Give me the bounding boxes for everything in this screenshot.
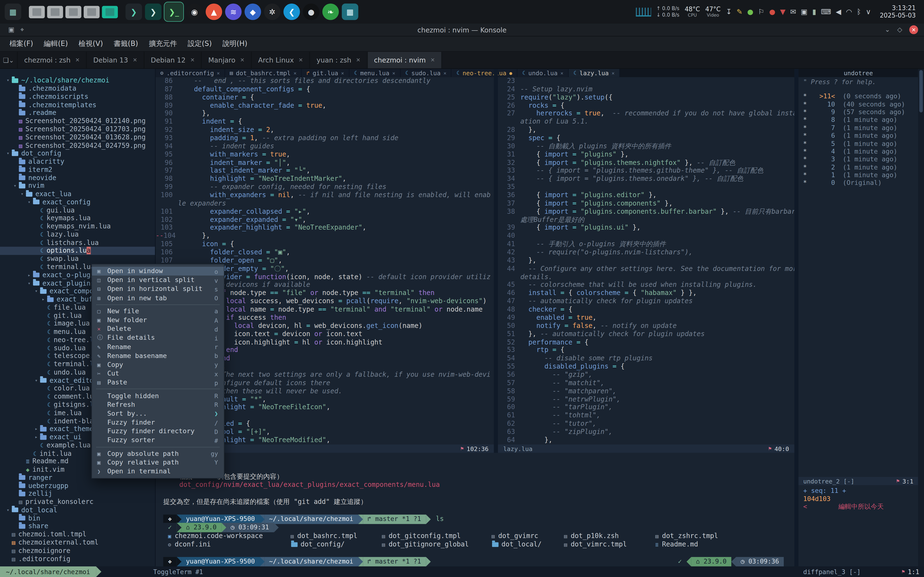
tray-alert-icon[interactable]: ▼ xyxy=(780,8,786,16)
konsole-tab-chezmoi-nvim[interactable]: chezmoi : nvim✕ xyxy=(367,52,442,69)
tray-download-icon[interactable]: ↧ xyxy=(726,8,732,16)
tree-item-screenshot-20250424-012140-png[interactable]: ▨Screenshot_20250424_012140.png xyxy=(0,117,155,125)
brave-browser-icon[interactable]: ▲ xyxy=(206,3,222,20)
scrollbar[interactable] xyxy=(918,69,924,577)
desktop-3[interactable] xyxy=(65,5,81,18)
tree-item-iterm2[interactable]: iterm2 xyxy=(0,166,155,174)
buffer-close-icon[interactable]: ✕ xyxy=(217,71,220,76)
window-separator[interactable] xyxy=(494,69,498,453)
undo-state-2[interactable]: *2(1 minute ago) xyxy=(798,163,918,171)
tree-item-exact-lua[interactable]: ▾exact_lua xyxy=(0,190,155,198)
tray-bluetooth-icon[interactable]: ᛒ xyxy=(857,8,861,16)
tray-volume-icon[interactable]: ◀ xyxy=(836,8,841,16)
shield-app-icon[interactable]: ◆ xyxy=(244,3,261,20)
tray-flag-icon[interactable]: ⚐ xyxy=(758,8,764,16)
menu-e[interactable]: 編輯(E) xyxy=(39,37,73,50)
expander-icon[interactable]: ▸ xyxy=(33,434,39,440)
undo-state-7[interactable]: *7(1 minute ago) xyxy=(798,124,918,132)
undo-state-4[interactable]: *4(1 minute ago) xyxy=(798,148,918,156)
context-menu-item-new-file[interactable]: ▢New filea xyxy=(92,306,224,316)
undo-state-11[interactable]: *>11<(0 seconds ago) xyxy=(798,92,918,100)
buffer-tab-editorconfig[interactable]: ⚙.editorconfig✕ xyxy=(156,69,225,77)
tree-item-lazy-lua[interactable]: ☾lazy.lua xyxy=(0,230,155,239)
desktop-2[interactable] xyxy=(47,5,63,18)
context-menu-item-copy[interactable]: ▣Copyy xyxy=(92,360,224,369)
context-menu-item-open-in-new-tab[interactable]: ⊞Open in new tabO xyxy=(92,293,224,303)
undo-state-6[interactable]: *6(1 minute ago) xyxy=(798,132,918,140)
context-menu-item-rename-basename[interactable]: ✎Rename basenameb xyxy=(92,351,224,360)
tray-battery-icon[interactable]: ▮ xyxy=(812,8,816,16)
tree-item-alacritty[interactable]: alacritty xyxy=(0,158,155,166)
menu-[interactable]: 擴充元件 xyxy=(144,37,182,50)
desktop-4[interactable] xyxy=(84,5,100,18)
tree-item-options-lua[interactable]: ☾options.lua xyxy=(0,247,155,255)
tree-item-dot-local[interactable]: ▾dot_local xyxy=(0,506,155,514)
context-menu-item-rename[interactable]: ✎Renamer xyxy=(92,342,224,351)
scrollbar-thumb[interactable] xyxy=(919,70,923,112)
undo-state-10[interactable]: *10(40 seconds ago) xyxy=(798,100,918,108)
dark-circle-app-icon[interactable]: ● xyxy=(303,3,320,20)
expander-icon[interactable]: ▾ xyxy=(5,151,11,156)
buffer-tab-sudo-lua[interactable]: ☾sudo.lua✕ xyxy=(401,69,452,77)
undo-state-8[interactable]: *8(1 minute ago) xyxy=(798,116,918,124)
konsole-tab-manjaro[interactable]: Manjaro✕ xyxy=(202,52,252,69)
vscode-app-icon[interactable]: ❮ xyxy=(283,3,300,20)
context-menu-item-open-in-window[interactable]: ▣Open in windowo xyxy=(92,267,224,276)
tray-mail-icon[interactable]: ✉ xyxy=(790,8,796,16)
tree-item-private-konsolerc[interactable]: ▤private_konsolerc xyxy=(0,498,155,506)
tray-clipboard-icon[interactable]: ▣ xyxy=(801,8,808,16)
music-app-icon[interactable]: ◉ xyxy=(186,3,203,20)
expander-icon[interactable]: ▸ xyxy=(26,272,32,278)
tree-item-bin[interactable]: bin xyxy=(0,514,155,522)
undo-state-1[interactable]: *1(1 minute ago) xyxy=(798,171,918,179)
context-menu-item-fuzzy-finder[interactable]: Fuzzy finder/ xyxy=(92,418,224,427)
expander-icon[interactable]: ▾ xyxy=(33,378,39,383)
context-menu-item-fuzzy-sorter[interactable]: Fuzzy sorter# xyxy=(92,436,224,445)
window-separator-right[interactable] xyxy=(794,69,798,566)
tree-item-swap-lua[interactable]: ☾swap.lua xyxy=(0,255,155,263)
tree-item-screenshot-20250424-024759-png[interactable]: ▨Screenshot_20250424_024759.png xyxy=(0,141,155,150)
context-menu-item-open-in-terminal[interactable]: ❯Open in terminal xyxy=(92,467,224,476)
wave-app-icon[interactable]: ≋ xyxy=(225,3,242,20)
tray-pen-icon[interactable]: ✎ xyxy=(737,8,743,16)
expander-icon[interactable]: ▾ xyxy=(5,78,11,83)
expander-icon[interactable]: ▾ xyxy=(33,289,39,294)
context-menu-item-open-in-vertical-split[interactable]: ◫Open in vertical splitv xyxy=(92,276,224,285)
konsole-tab-debian-12[interactable]: Debian 12✕ xyxy=(144,52,202,69)
tree-item-editorconfig[interactable]: ▤.editorconfig xyxy=(0,554,155,563)
desktop-5[interactable] xyxy=(102,5,118,18)
app-launcher-icon[interactable]: ▦ xyxy=(5,3,21,20)
tree-item-exact-config[interactable]: ▾exact_config xyxy=(0,198,155,206)
expander-icon[interactable]: ▸ xyxy=(40,297,47,302)
expander-icon[interactable]: ▾ xyxy=(12,183,18,189)
konsole-tab-yuan-zsh[interactable]: yuan : zsh✕ xyxy=(310,52,368,69)
tree-item-readme[interactable]: .readme xyxy=(0,109,155,117)
tree-item-nvim[interactable]: ▾nvim xyxy=(0,182,155,190)
chatgpt-app-icon[interactable]: ✲ xyxy=(264,3,281,20)
undo-state-3[interactable]: *3(1 minute ago) xyxy=(798,156,918,163)
menu-v[interactable]: 檢視(V) xyxy=(74,37,108,50)
editor-lazy-lua[interactable]: 2324-- Setup lazy.nvim25require("lazy").… xyxy=(498,77,794,445)
clock[interactable]: 3:13:21 2025-05-03 xyxy=(880,4,916,19)
buffer-close-icon[interactable]: ✕ xyxy=(612,71,615,76)
expander-icon[interactable]: ▾ xyxy=(26,280,32,286)
context-menu-item-cut[interactable]: ✂Cutx xyxy=(92,369,224,378)
active-task-highlight[interactable]: ❯_ xyxy=(164,2,183,21)
titlebar[interactable]: ▣ ⌖ chezmoi : nvim — Konsole ⌄ ◇ ✕ xyxy=(0,24,924,37)
tree-item-gui-lua[interactable]: ☾gui.lua xyxy=(0,206,155,214)
tree-item-chezmoi-toml-tmpl[interactable]: ▤chezmoi.toml.tmpl xyxy=(0,530,155,538)
context-menu-item-file-details[interactable]: ⓘFile detailsi xyxy=(92,334,224,342)
tray-red-icon[interactable]: ● xyxy=(769,8,775,16)
tree-item-chezmoidata[interactable]: .chezmoidata xyxy=(0,85,155,93)
tab-close-icon[interactable]: ✕ xyxy=(190,57,195,63)
buffer-tab-menu-lua[interactable]: ☾menu.lua✕ xyxy=(349,69,401,77)
display-app-icon[interactable]: ▦ xyxy=(342,3,358,20)
tree-item-keymaps-nvim-lua[interactable]: ☾keymaps_nvim.lua xyxy=(0,222,155,230)
tree-item-local-share-chezmoi[interactable]: ▾~/.local/share/chezmoi xyxy=(0,76,155,85)
buffer-tab-neo-tree-lua[interactable]: ☾neo-tree.lua● xyxy=(452,69,517,77)
tree-item-zellij[interactable]: zellij xyxy=(0,490,155,498)
expander-icon[interactable]: ▾ xyxy=(19,191,25,197)
buffer-tab-git-lua[interactable]: ↱git.lua✕ xyxy=(302,69,349,77)
toggleterm-terminal[interactable]: <檔案>..." 以包含要提交的內容） dot_config/nvim/exac… xyxy=(156,453,795,566)
menu-s[interactable]: 設定(S) xyxy=(183,37,216,50)
